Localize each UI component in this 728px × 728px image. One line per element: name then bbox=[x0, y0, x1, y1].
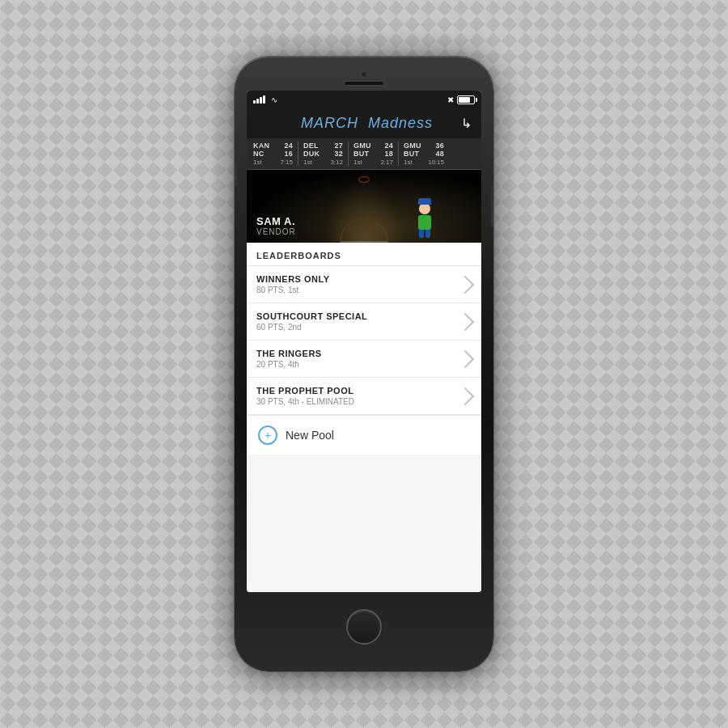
list-item-southcourt-content: SOUTHCOURT SPECIAL 60 PTS, 2nd bbox=[256, 311, 452, 332]
score-game-4: GMU 36 BUT 48 1st10:15 bbox=[404, 142, 449, 166]
leaderboards-title: LEADERBOARDS bbox=[256, 251, 472, 260]
banner-user-role: VENDOR bbox=[256, 227, 296, 236]
list-item-prophet-pool-content: THE PROPHET POOL 30 PTS, 4th - ELIMINATE… bbox=[256, 386, 452, 406]
list-item-winners-only-subtitle: 80 PTS, 1st bbox=[256, 286, 452, 294]
volume-button bbox=[235, 162, 237, 186]
team2-name: NC bbox=[253, 150, 265, 158]
team4-name: DUK bbox=[303, 150, 320, 158]
earpiece-speaker bbox=[344, 81, 384, 86]
score-status-3: 1st2:17 bbox=[353, 159, 393, 166]
char-head bbox=[419, 203, 430, 214]
phone-bottom bbox=[346, 592, 382, 662]
list-item-prophet-pool-subtitle: 30 PTS, 4th - ELIMINATED bbox=[256, 397, 452, 406]
score-row-4a: GMU 36 bbox=[404, 142, 444, 150]
score-row-1a: KAN 24 bbox=[253, 142, 293, 150]
score-game-1: KAN 24 NC 16 1st7:15 bbox=[253, 142, 298, 166]
team1-score: 24 bbox=[284, 142, 293, 150]
status-left: ∿ bbox=[253, 95, 277, 104]
team5-name: GMU bbox=[353, 142, 371, 150]
team2-score: 16 bbox=[284, 150, 293, 158]
list-item-ringers[interactable]: THE RINGERS 20 PTS, 4th bbox=[247, 341, 481, 378]
wifi-icon: ∿ bbox=[271, 95, 277, 104]
signal-bar-2 bbox=[256, 99, 259, 104]
app-title-march: MARCH bbox=[301, 115, 358, 131]
banner-user-name: SAM A. bbox=[256, 215, 296, 227]
score-row-4b: BUT 48 bbox=[404, 150, 444, 158]
signal-bar-4 bbox=[263, 95, 265, 104]
char-leg-right bbox=[425, 230, 430, 238]
char-leg-left bbox=[419, 230, 424, 238]
team4-score: 32 bbox=[334, 150, 343, 158]
team7-score: 36 bbox=[435, 142, 444, 150]
battery-fill bbox=[459, 97, 470, 103]
logout-icon[interactable]: ↳ bbox=[461, 116, 472, 131]
app-title-madness: Madness bbox=[368, 115, 433, 131]
phone-top-bar bbox=[244, 66, 484, 91]
battery-indicator bbox=[457, 95, 475, 104]
signal-bar-3 bbox=[260, 97, 262, 104]
team3-score: 27 bbox=[334, 142, 343, 150]
chevron-icon-winners-only bbox=[456, 275, 475, 294]
list-item-ringers-content: THE RINGERS 20 PTS, 4th bbox=[256, 349, 452, 369]
list-item-southcourt-title: SOUTHCOURT SPECIAL bbox=[256, 311, 452, 321]
chevron-icon-prophet-pool bbox=[456, 387, 475, 405]
phone-device: ∿ ✖ MARCH Madness ↳ KAN 24 bbox=[235, 57, 493, 671]
app-title: MARCH Madness bbox=[301, 115, 433, 132]
plus-icon: + bbox=[265, 430, 271, 441]
team5-score: 24 bbox=[384, 142, 393, 150]
content-area: LEADERBOARDS WINNERS ONLY 80 PTS, 1st SO… bbox=[247, 243, 481, 592]
score-status-1: 1st7:15 bbox=[253, 159, 293, 166]
score-row-1b: NC 16 bbox=[253, 150, 293, 158]
signal-bar-1 bbox=[253, 100, 256, 104]
score-game-3: GMU 24 BUT 18 1st2:17 bbox=[353, 142, 399, 166]
front-camera bbox=[361, 71, 367, 78]
home-button[interactable] bbox=[346, 609, 382, 645]
signal-bars bbox=[253, 95, 265, 104]
list-item-ringers-subtitle: 20 PTS, 4th bbox=[256, 360, 452, 369]
banner-user-info: SAM A. VENDOR bbox=[256, 215, 296, 236]
score-row-2a: DEL 27 bbox=[303, 142, 343, 150]
leaderboards-section-header: LEADERBOARDS bbox=[247, 243, 481, 266]
banner-hoop bbox=[358, 176, 370, 183]
new-pool-label: New Pool bbox=[286, 429, 334, 442]
scores-bar: KAN 24 NC 16 1st7:15 DEL 27 DUK 32 bbox=[247, 138, 481, 170]
team6-name: BUT bbox=[353, 150, 369, 158]
new-pool-button[interactable]: + New Pool bbox=[247, 415, 481, 455]
status-right: ✖ bbox=[447, 95, 475, 104]
char-legs bbox=[419, 230, 430, 238]
team6-score: 18 bbox=[384, 150, 393, 158]
team1-name: KAN bbox=[253, 142, 269, 150]
app-header: MARCH Madness ↳ bbox=[247, 108, 481, 138]
score-row-3a: GMU 24 bbox=[353, 142, 393, 150]
char-body bbox=[418, 215, 431, 230]
power-button bbox=[491, 186, 493, 226]
char-hat bbox=[418, 198, 431, 205]
score-game-2: DEL 27 DUK 32 1st3:12 bbox=[303, 142, 349, 166]
score-row-2b: DUK 32 bbox=[303, 150, 343, 158]
chevron-icon-ringers bbox=[456, 349, 475, 368]
list-item-winners-only-title: WINNERS ONLY bbox=[256, 274, 452, 284]
banner-area: SAM A. VENDOR bbox=[247, 170, 481, 243]
list-item-ringers-title: THE RINGERS bbox=[256, 349, 452, 358]
list-item-prophet-pool[interactable]: THE PROPHET POOL 30 PTS, 4th - ELIMINATE… bbox=[247, 378, 481, 415]
team7-name: GMU bbox=[404, 142, 421, 150]
list-item-southcourt[interactable]: SOUTHCOURT SPECIAL 60 PTS, 2nd bbox=[247, 303, 481, 341]
add-circle-icon: + bbox=[258, 425, 277, 445]
status-bar: ∿ ✖ bbox=[247, 91, 481, 108]
team8-name: BUT bbox=[404, 150, 419, 158]
list-item-winners-only[interactable]: WINNERS ONLY 80 PTS, 1st bbox=[247, 266, 481, 303]
list-item-southcourt-subtitle: 60 PTS, 2nd bbox=[256, 323, 452, 332]
team8-score: 48 bbox=[435, 150, 444, 158]
banner-character bbox=[413, 198, 437, 239]
score-status-4: 1st10:15 bbox=[404, 159, 444, 166]
phone-screen: ∿ ✖ MARCH Madness ↳ KAN 24 bbox=[247, 91, 481, 592]
team3-name: DEL bbox=[303, 142, 319, 150]
score-row-3b: BUT 18 bbox=[353, 150, 393, 158]
list-item-prophet-pool-title: THE PROPHET POOL bbox=[256, 386, 452, 396]
bluetooth-icon: ✖ bbox=[447, 95, 454, 104]
list-item-winners-only-content: WINNERS ONLY 80 PTS, 1st bbox=[256, 274, 452, 294]
score-status-2: 1st3:12 bbox=[303, 159, 343, 166]
chevron-icon-southcourt bbox=[456, 312, 475, 331]
